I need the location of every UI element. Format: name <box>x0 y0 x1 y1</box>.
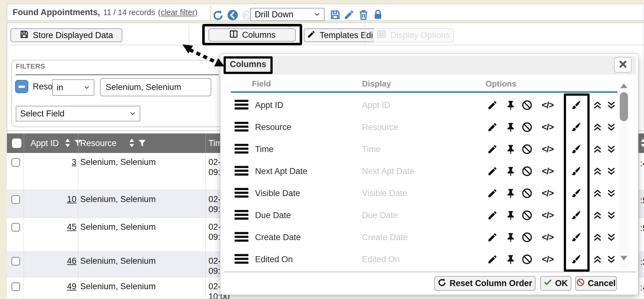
filter-funnel-icon[interactable] <box>138 139 147 149</box>
move-up-icon[interactable] <box>592 254 603 265</box>
drag-handle-icon[interactable] <box>235 144 248 155</box>
edit-column-icon[interactable] <box>487 232 498 243</box>
row-checkbox[interactable] <box>11 282 20 291</box>
edit-column-icon[interactable] <box>487 144 498 155</box>
filter-operator-select[interactable]: in <box>52 79 94 96</box>
pin-column-icon[interactable] <box>505 232 516 243</box>
pin-column-icon[interactable] <box>505 210 516 221</box>
pin-column-icon[interactable] <box>505 188 516 199</box>
edit-column-icon[interactable] <box>487 254 498 265</box>
scroll-up-icon[interactable] <box>620 83 627 88</box>
edit-column-icon[interactable] <box>487 100 498 110</box>
brush-icon[interactable] <box>571 144 581 155</box>
sort-icon[interactable] <box>65 138 70 149</box>
dialog-scrollbar[interactable] <box>619 81 629 270</box>
move-up-icon[interactable] <box>592 210 603 221</box>
brush-icon[interactable] <box>571 232 581 243</box>
pin-column-icon[interactable] <box>505 122 516 133</box>
undo-icon[interactable] <box>213 9 224 21</box>
sort-icon[interactable] <box>129 138 135 149</box>
row-checkbox[interactable] <box>11 158 20 167</box>
drag-handle-icon[interactable] <box>235 166 248 177</box>
remove-filter-button[interactable] <box>15 80 28 93</box>
code-icon[interactable]: </> <box>542 182 553 204</box>
move-up-icon[interactable] <box>592 144 603 155</box>
hide-column-icon[interactable] <box>522 232 532 243</box>
drill-down-select[interactable]: Drill Down <box>250 8 325 21</box>
code-icon[interactable]: </> <box>542 226 553 248</box>
lock-view-icon[interactable] <box>372 9 384 20</box>
edit-column-icon[interactable] <box>487 210 498 221</box>
move-down-icon[interactable] <box>606 166 617 177</box>
move-down-icon[interactable] <box>606 122 617 133</box>
delete-view-icon[interactable] <box>358 9 369 20</box>
edit-column-icon[interactable] <box>487 166 498 177</box>
edit-view-icon[interactable] <box>343 9 355 20</box>
pin-column-icon[interactable] <box>505 166 516 177</box>
brush-icon[interactable] <box>571 166 581 177</box>
clear-filter-link[interactable]: (clear filter) <box>158 8 197 17</box>
drag-handle-icon[interactable] <box>235 100 248 111</box>
hide-column-icon[interactable] <box>522 166 532 177</box>
cancel-button[interactable]: Cancel <box>575 276 617 291</box>
appt-id-link[interactable]: 45 <box>24 222 76 232</box>
hide-column-icon[interactable] <box>522 210 532 221</box>
move-down-icon[interactable] <box>606 232 617 243</box>
columns-button[interactable]: Columns <box>208 28 296 42</box>
sort-icon[interactable] <box>640 138 644 149</box>
brush-icon[interactable] <box>571 254 581 265</box>
column-header-appt-id[interactable]: Appt ID <box>31 133 59 153</box>
brush-icon[interactable] <box>571 122 581 133</box>
hide-column-icon[interactable] <box>522 122 532 133</box>
brush-icon[interactable] <box>571 100 581 110</box>
appt-id-link[interactable]: 49 <box>24 282 76 291</box>
reset-column-order-button[interactable]: Reset Column Order <box>434 276 536 291</box>
scroll-down-icon[interactable] <box>620 256 627 261</box>
drag-handle-icon[interactable] <box>235 254 248 265</box>
move-down-icon[interactable] <box>606 100 617 110</box>
column-header-resource[interactable]: Resource <box>80 133 117 153</box>
row-checkbox[interactable] <box>11 257 20 266</box>
store-displayed-data-button[interactable]: Store Displayed Data <box>10 28 122 42</box>
drag-handle-icon[interactable] <box>235 188 248 199</box>
move-down-icon[interactable] <box>606 254 617 265</box>
code-icon[interactable]: </> <box>542 94 553 116</box>
move-up-icon[interactable] <box>592 232 603 243</box>
move-up-icon[interactable] <box>592 122 603 133</box>
save-view-icon[interactable] <box>330 9 341 20</box>
edit-column-icon[interactable] <box>487 122 498 133</box>
move-down-icon[interactable] <box>606 210 617 221</box>
select-all-checkbox[interactable] <box>12 138 21 148</box>
move-down-icon[interactable] <box>606 188 617 199</box>
ok-button[interactable]: OK <box>540 276 571 291</box>
pin-column-icon[interactable] <box>505 144 516 155</box>
back-icon[interactable] <box>227 9 238 21</box>
edit-column-icon[interactable] <box>487 188 498 199</box>
move-down-icon[interactable] <box>606 144 617 155</box>
move-up-icon[interactable] <box>592 166 603 177</box>
pin-column-icon[interactable] <box>505 254 516 265</box>
code-icon[interactable]: </> <box>542 138 553 160</box>
move-up-icon[interactable] <box>592 188 603 199</box>
appt-id-link[interactable]: 46 <box>24 256 76 266</box>
drag-handle-icon[interactable] <box>235 210 248 221</box>
code-icon[interactable]: </> <box>542 248 553 270</box>
scrollbar-thumb[interactable] <box>620 92 628 121</box>
hide-column-icon[interactable] <box>522 100 532 110</box>
brush-icon[interactable] <box>571 188 581 199</box>
close-button[interactable] <box>614 57 632 73</box>
select-field-dropdown[interactable]: Select Field <box>16 106 140 121</box>
drag-handle-icon[interactable] <box>235 122 248 133</box>
hide-column-icon[interactable] <box>522 254 532 265</box>
move-up-icon[interactable] <box>592 100 603 110</box>
row-checkbox[interactable] <box>11 223 20 232</box>
appt-id-link[interactable]: 3 <box>24 157 76 167</box>
drag-handle-icon[interactable] <box>235 232 248 243</box>
code-icon[interactable]: </> <box>542 116 553 138</box>
code-icon[interactable]: </> <box>542 160 553 182</box>
hide-column-icon[interactable] <box>522 144 532 155</box>
appt-id-link[interactable]: 10 <box>24 195 76 204</box>
row-checkbox[interactable] <box>11 195 20 204</box>
brush-icon[interactable] <box>571 210 581 221</box>
code-icon[interactable]: </> <box>542 204 553 226</box>
